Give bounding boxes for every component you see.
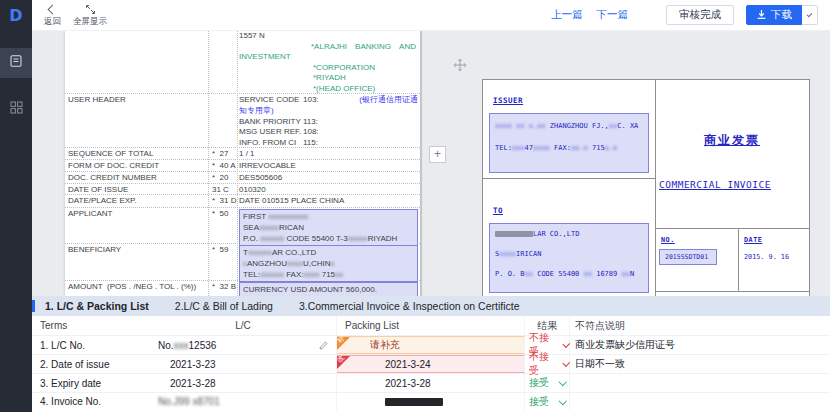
commercial-invoice-document: ISSUER xxxx xx x.xx ZHANGZHOU FJ.,xxC. X… [482, 79, 810, 298]
swift-row-amount: AMOUNT (POS . /NEG . TOL . (%))* 32 B CU… [65, 281, 420, 296]
highlighted-field: TxxxxxxAR CO.,LTD xANGZHOUxxxxU,CHINx TE… [239, 245, 418, 282]
to-highlight-box: LAR CO.,LTD SxxxxIRICAN P. O. Bxx CODE 5… [489, 223, 649, 293]
swift-row-sequence-of-total: SEQUENCE OF TOTAL* 271 / 1 [65, 148, 420, 160]
issuer-label: ISSUER [493, 96, 523, 105]
result-select[interactable]: 接受 [529, 395, 566, 409]
back-icon [49, 4, 56, 15]
sidebar: D [0, 0, 32, 412]
swift-row-doc-credit-number: DOC. CREDIT NUMBER* 20DES505606 [65, 172, 420, 184]
tab-accent-bar [32, 300, 35, 312]
chevron-down-icon [807, 11, 813, 17]
swift-row-date-place-exp: DATE/PLACE EXP.* 31 DDATE 010515 PLACE C… [65, 195, 420, 208]
sidebar-item-documents[interactable] [0, 48, 32, 78]
invoice-title-cn: 商业发票 [655, 132, 809, 149]
move-handle-icon[interactable] [453, 58, 467, 72]
next-doc-link[interactable]: 下一篇 [597, 8, 629, 22]
invoice-title-en: COMMERCIAL INVOICE [659, 179, 771, 190]
topbar: 返回 全屏显示 上一篇 下一篇 审核完成 下载 [32, 0, 830, 31]
app-logo[interactable]: D [5, 4, 27, 26]
prev-doc-link[interactable]: 上一篇 [551, 8, 583, 22]
comparison-panel: 1. L/C & Packing List 2.L/C & Bill of La… [32, 296, 830, 412]
download-button[interactable]: 下载 [746, 5, 802, 25]
tab-lc-bill-of-lading[interactable]: 2.L/C & Bill of Lading [175, 300, 273, 312]
swift-row-date-of-issue: DATE OF ISSUE31 C010320 [65, 184, 420, 195]
document-scrollbar[interactable] [420, 30, 422, 296]
table-header-row: Terms L/C Packing List 结果 不符点说明 [32, 316, 830, 336]
highlighted-field: CURRENCY USD AMOUNT 560,000. [239, 282, 418, 296]
comparison-table: Terms L/C Packing List 结果 不符点说明 1. L/C N… [32, 316, 830, 410]
topbar-actions: 上一篇 下一篇 审核完成 下载 [537, 5, 830, 25]
swift-row-applicant: APPLICANT* 50 FIRST xxxxxxxxxx SEAxxxxxR… [65, 208, 420, 244]
invoice-no-highlight-box: 2015SSDTD01 [659, 249, 717, 265]
document-icon [9, 54, 23, 72]
issuer-highlight-box: xxxx xx x.xx ZHANGZHOU FJ.,xxC. XA TEL:x… [489, 113, 649, 173]
table-row: 4. Invoice No. No.J99 x8701 接受 [32, 393, 830, 410]
bank-stamp-note: (银行通信用证通 [359, 95, 418, 106]
table-row: 3. Expiry date 2021-3-28 2021-3-28 接受 [32, 374, 830, 393]
invoice-date-value: 2015. 9. 16 [744, 253, 789, 261]
table-row: 2. Date of issue 2021-3-23 改 2021-3-24 不… [32, 355, 830, 374]
redaction-block [385, 398, 443, 406]
download-split-button: 下载 [746, 5, 818, 25]
lc-swift-document: 1557 N *ALRAJHIBANKINGAND INVESTMENT *CO… [65, 30, 420, 296]
download-icon [756, 9, 767, 22]
download-dropdown-button[interactable] [802, 5, 818, 25]
invoice-no-label: NO. [661, 236, 675, 244]
highlighted-field: FIRST xxxxxxxxxx SEAxxxxxRICAN P.O. xxxx… [239, 209, 418, 246]
invoice-date-label: DATE [744, 236, 762, 244]
redaction-block [495, 231, 533, 237]
swift-row-beneficiary: BENEFICIARY* 59 TxxxxxxAR CO.,LTD xANGZH… [65, 244, 420, 281]
tab-lc-packing-list[interactable]: 1. L/C & Packing List [45, 300, 149, 312]
swift-row-user-header: USER HEADER SERVICE CODE103:(银行通信用证通 知专用… [65, 94, 420, 148]
chevron-down-icon [559, 378, 567, 386]
app-window: D 返回 全屏显示 上一篇 下一篇 审核完成 [0, 0, 830, 412]
edit-icon[interactable] [319, 341, 328, 350]
comparison-tabbar: 1. L/C & Packing List 2.L/C & Bill of La… [32, 296, 830, 316]
fullscreen-icon [85, 4, 96, 15]
result-select[interactable]: 接受 [529, 376, 566, 390]
swift-row-form-of-doc-credit: FORM OF DOC. CREDIT* 40 AIRREVOCABLE [65, 160, 420, 172]
fullscreen-button[interactable]: 全屏显示 [73, 4, 107, 26]
to-label: TO [493, 206, 503, 215]
sidebar-item-dashboard[interactable] [0, 94, 32, 124]
review-complete-button[interactable]: 审核完成 [666, 5, 734, 25]
zoom-in-button[interactable]: + [429, 146, 446, 163]
swift-row-header-tail: 1557 N *ALRAJHIBANKINGAND INVESTMENT *CO… [65, 30, 420, 94]
chevron-down-icon [559, 397, 567, 405]
msg-type: 1557 N [239, 31, 418, 42]
tab-commercial-invoice-inspection[interactable]: 3.Commercial Invoice & Inspection on Cer… [299, 300, 520, 312]
back-button[interactable]: 返回 [44, 4, 61, 26]
grid-icon [10, 100, 23, 118]
table-row: 1. L/C No. No. xxx12536 补 请补充 不接受 商业发票缺少… [32, 336, 830, 355]
